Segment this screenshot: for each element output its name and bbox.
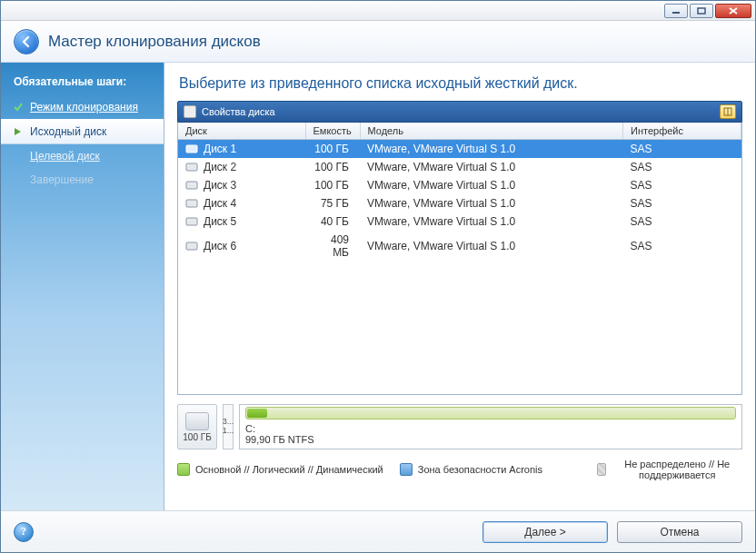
help-button[interactable]: ? [14, 522, 34, 542]
close-icon [729, 7, 738, 15]
minimize-button[interactable] [664, 4, 688, 18]
sidebar-step: Завершение [1, 168, 164, 192]
disk-name: Диск 4 [204, 197, 236, 210]
volume-info: 99,90 ГБ NTFS [245, 434, 314, 445]
back-button[interactable] [14, 29, 39, 54]
svg-rect-4 [186, 145, 197, 153]
instruction-text: Выберите из приведенного списка исходный… [164, 63, 755, 101]
disk-capacity: 100 ГБ [305, 140, 360, 159]
svg-rect-5 [186, 163, 197, 171]
columns-icon [723, 107, 732, 116]
disk-icon [185, 216, 198, 227]
toolbar-label: Свойства диска [202, 106, 275, 117]
svg-rect-9 [186, 242, 197, 250]
table-row[interactable]: Диск 475 ГБVMware, VMware Virtual S 1.0S… [178, 194, 741, 212]
wizard-window: Мастер клонирования дисков Обязательные … [0, 0, 756, 553]
disk-capacity: 40 ГБ [305, 212, 360, 231]
check-icon [13, 102, 24, 113]
disk-table[interactable]: Диск Емкость Модель Интерфейс Диск 1100 … [177, 123, 742, 395]
table-row[interactable]: Диск 2100 ГБVMware, VMware Virtual S 1.0… [178, 158, 741, 176]
content-area: Обязательные шаги: Режим клонированияИсх… [1, 63, 755, 510]
sidebar-step[interactable]: Целевой диск [1, 144, 164, 168]
steps-sidebar: Обязательные шаги: Режим клонированияИсх… [1, 63, 164, 510]
table-row[interactable]: Диск 3100 ГБVMware, VMware Virtual S 1.0… [178, 176, 741, 194]
partition-small-segment[interactable]: 3... 1... [223, 404, 234, 449]
disk-model: VMware, VMware Virtual S 1.0 [360, 158, 623, 176]
legend-swatch-blue [400, 463, 413, 476]
disk-interface: SAS [623, 158, 741, 176]
partition-disk-size: 100 ГБ [183, 432, 211, 442]
partition-main-segment[interactable]: C: 99,90 ГБ NTFS [239, 404, 742, 449]
svg-rect-7 [186, 200, 197, 207]
col-model[interactable]: Модель [360, 123, 623, 140]
svg-rect-1 [698, 8, 705, 14]
column-chooser-button[interactable] [720, 104, 736, 119]
titlebar [1, 1, 755, 21]
step-label: Режим клонирования [30, 101, 138, 114]
disk-interface: SAS [623, 212, 741, 231]
disk-model: VMware, VMware Virtual S 1.0 [360, 176, 623, 194]
disk-model: VMware, VMware Virtual S 1.0 [360, 140, 623, 159]
disk-icon [185, 143, 198, 154]
arrow-right-icon [13, 126, 24, 137]
disk-interface: SAS [623, 176, 741, 194]
legend-swatch-green [177, 463, 190, 476]
main-panel: Выберите из приведенного списка исходный… [164, 63, 755, 510]
step-label: Целевой диск [30, 150, 100, 163]
next-button[interactable]: Далее > [482, 521, 608, 543]
table-row[interactable]: Диск 6409 МБVMware, VMware Virtual S 1.0… [178, 231, 741, 262]
arrow-left-icon [20, 35, 33, 48]
col-capacity[interactable]: Емкость [305, 123, 360, 140]
table-row[interactable]: Диск 540 ГБVMware, VMware Virtual S 1.0S… [178, 212, 741, 231]
disk-interface: SAS [623, 231, 741, 262]
disk-icon [185, 198, 198, 209]
col-interface[interactable]: Интерфейс [623, 123, 741, 140]
disk-name: Диск 6 [204, 240, 236, 252]
disk-model: VMware, VMware Virtual S 1.0 [360, 231, 623, 262]
partition-layout: 100 ГБ 3... 1... C: 99,90 ГБ NTFS [177, 404, 742, 449]
disk-icon [185, 162, 198, 173]
svg-rect-6 [186, 182, 197, 189]
volume-letter: C: [245, 423, 255, 434]
legend: Основной // Логический // Динамический З… [177, 459, 742, 480]
legend-unallocated: Не распределено // Не поддерживается [597, 459, 742, 480]
wizard-header: Мастер клонирования дисков [1, 21, 755, 63]
disk-icon [185, 241, 198, 252]
footer: ? Далее > Отмена [1, 510, 755, 552]
disk-name: Диск 2 [204, 161, 236, 173]
maximize-button[interactable] [690, 4, 713, 18]
col-disk[interactable]: Диск [178, 123, 305, 140]
wizard-title: Мастер клонирования дисков [48, 33, 261, 51]
table-row[interactable]: Диск 1100 ГБVMware, VMware Virtual S 1.0… [178, 140, 741, 159]
disk-capacity: 100 ГБ [305, 158, 360, 176]
partition-usage-bar [245, 407, 736, 420]
minimize-icon [671, 7, 681, 15]
disk-interface: SAS [623, 194, 741, 212]
sidebar-heading: Обязательные шаги: [1, 72, 164, 95]
sidebar-step[interactable]: Исходный диск [1, 119, 164, 144]
disk-capacity: 100 ГБ [305, 176, 360, 194]
sidebar-step[interactable]: Режим клонирования [1, 95, 164, 119]
disk-name: Диск 5 [204, 215, 236, 228]
disk-model: VMware, VMware Virtual S 1.0 [360, 212, 623, 231]
disk-capacity: 75 ГБ [305, 194, 360, 212]
disk-interface: SAS [623, 140, 741, 159]
properties-icon [184, 105, 196, 118]
legend-primary: Основной // Логический // Динамический [177, 463, 383, 476]
hdd-icon [185, 412, 209, 430]
disk-model: VMware, VMware Virtual S 1.0 [360, 194, 623, 212]
legend-swatch-hatch [597, 463, 606, 476]
disk-capacity: 409 МБ [305, 231, 360, 262]
cancel-button[interactable]: Отмена [617, 521, 742, 543]
close-button[interactable] [715, 4, 751, 18]
partition-disk-icon: 100 ГБ [177, 404, 217, 449]
step-label: Завершение [30, 173, 94, 186]
disk-name: Диск 1 [204, 143, 236, 155]
maximize-icon [697, 7, 706, 15]
svg-rect-0 [672, 12, 680, 14]
step-label: Исходный диск [30, 125, 106, 138]
svg-rect-8 [186, 218, 197, 225]
disk-icon [185, 180, 198, 191]
partition-usage-fill [247, 409, 267, 418]
disk-name: Диск 3 [204, 179, 236, 192]
